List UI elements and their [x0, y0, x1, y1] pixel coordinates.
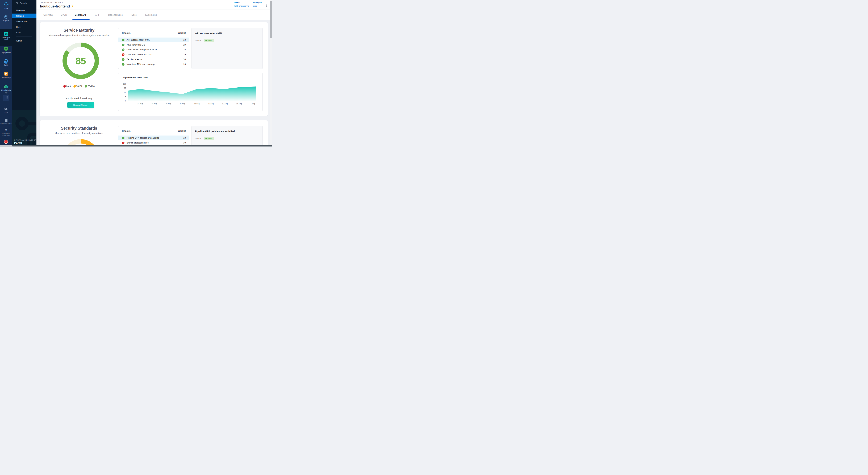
horizontal-scrollbar-thumb[interactable]: [12, 145, 272, 146]
portal-sidebar: Search Overview Catalog Self service Doc…: [12, 0, 36, 147]
y-tick-label: 50: [118, 91, 126, 93]
scorecard-subtitle: Measures development best practices agai…: [40, 34, 118, 36]
improvement-chart-panel: Improvement Over Time 1007550250 24 Aug2…: [118, 73, 262, 111]
owner-value[interactable]: field_engineering: [234, 5, 249, 7]
sidebar-item-admin[interactable]: Admin: [12, 38, 36, 43]
check-detail-panel: API success rate > 99% Status: PASSED: [191, 28, 262, 69]
scorecard-title: Service Maturity: [40, 28, 118, 33]
check-row[interactable]: Pipeline OPA policies are satisfied 10: [118, 136, 189, 140]
y-tick-label: 25: [118, 95, 126, 98]
module-picker-button[interactable]: [3, 95, 9, 101]
weight-column-header: Weight: [178, 129, 186, 132]
last-updated-text: Last Updated: 2 weeks ago: [40, 97, 118, 99]
search-input[interactable]: Search: [12, 1, 36, 5]
check-status-icon: [122, 53, 124, 56]
tab-api[interactable]: API: [95, 13, 99, 16]
tab-scorecard[interactable]: Scorecard: [75, 13, 86, 16]
module-rail: Home Projects Developer Portal ∞ Deploym…: [0, 0, 12, 147]
sidebar-item-builds[interactable]: Builds: [0, 59, 12, 66]
sidebar-item-feature-flags[interactable]: Feature Flags: [0, 71, 12, 79]
vertical-scrollbar[interactable]: [270, 0, 272, 145]
score-legend: 0-49 50-74 75-100: [40, 85, 118, 88]
tab-bar: Overview CI/CD Scorecard API Dependencie…: [36, 10, 272, 20]
page-title: boutique-frontend: [40, 4, 70, 8]
service-maturity-card: Service Maturity Measures development be…: [39, 22, 268, 116]
checks-table: Checks Weight Pipeline OPA policies are …: [118, 126, 189, 147]
x-tick-label: 27 Aug: [180, 103, 185, 105]
legend-dot-amber: [73, 85, 76, 88]
sidebar-item-cloud-costs[interactable]: $ Cloud Costs: [0, 84, 12, 91]
favorite-star-icon[interactable]: ★: [71, 5, 74, 8]
check-status-icon: [122, 49, 124, 51]
improvement-chart-svg: [128, 84, 256, 101]
tab-docs[interactable]: Docs: [131, 13, 136, 16]
lifecycle-value[interactable]: prod: [253, 5, 257, 7]
tab-dependencies[interactable]: Dependencies: [108, 13, 123, 16]
vertical-scrollbar-thumb[interactable]: [270, 1, 272, 38]
harness-logo-icon: [3, 2, 9, 7]
breadcrumb: COMPONENT — SERVICE: [40, 2, 64, 4]
sidebar-item-docs[interactable]: Docs: [12, 25, 36, 30]
avatar[interactable]: HM: [4, 140, 8, 144]
sidebar-item-catalog[interactable]: Catalog: [12, 13, 36, 19]
legend-dot-green: [85, 85, 87, 88]
owner-label[interactable]: Owner: [234, 2, 249, 4]
tab-kubernetes[interactable]: Kubernetes: [145, 13, 157, 16]
developer-portal-icon: [4, 31, 8, 36]
rail-divider: [4, 27, 8, 27]
sidebar-item-self-service[interactable]: Self service: [12, 19, 36, 24]
check-row[interactable]: Java version is LTS 20: [118, 42, 189, 47]
sidebar-item-developer-portal[interactable]: Developer Portal: [0, 29, 12, 46]
rerun-checks-button[interactable]: Rerun Checks: [67, 102, 94, 108]
check-row[interactable]: Mean time to merge PR < 48 hr 5: [118, 47, 189, 52]
check-row[interactable]: More than 70% test coverage 20: [118, 62, 189, 67]
divider: [16, 36, 32, 37]
tab-cicd[interactable]: CI/CD: [61, 13, 67, 16]
tab-overview[interactable]: Overview: [43, 13, 53, 16]
search-icon: [16, 2, 18, 4]
dashboards-icon: [5, 119, 7, 122]
chart-x-axis: 24 Aug25 Aug26 Aug27 Aug28 Aug29 Aug30 A…: [128, 103, 256, 105]
x-tick-label: 29 Aug: [208, 103, 214, 105]
kebab-menu-icon[interactable]: [265, 3, 267, 7]
sidebar-item-overview[interactable]: Overview: [12, 8, 36, 13]
detail-title: Pipeline OPA policies are satisfied: [195, 130, 259, 133]
entity-header: COMPONENT — SERVICE boutique-frontend ★ …: [36, 0, 272, 10]
svg-text:$: $: [5, 86, 7, 88]
status-label: Status:: [195, 137, 202, 140]
lifecycle-label[interactable]: Lifecycle: [253, 2, 261, 4]
sidebar-item-deployments[interactable]: ∞ Deployments: [0, 46, 12, 54]
maturity-score-gauge: 85: [62, 42, 99, 79]
check-status-icon: [122, 137, 124, 139]
cloud-costs-icon: $: [3, 84, 9, 89]
scorecard-subtitle: Measures best practices of security oper…: [40, 132, 118, 135]
check-status-icon: [122, 63, 124, 66]
portal-brand: INTERNAL DEVELOPER Portal: [14, 139, 36, 144]
sidebar-item-home[interactable]: Home: [0, 2, 12, 9]
x-tick-label: 25 Aug: [152, 103, 157, 105]
sidebar-item-apis[interactable]: APIs: [12, 30, 36, 35]
sidebar-item-projects[interactable]: Projects: [0, 14, 12, 22]
legend-dot-red: [63, 85, 66, 88]
score-value: 85: [75, 55, 86, 66]
check-row[interactable]: TechDocs exists 30: [118, 57, 189, 62]
account-settings-button[interactable]: ⚙ ACCOUNT SETTINGS: [0, 129, 12, 136]
dashboards-button[interactable]: DASHBOARDS: [0, 119, 12, 124]
horizontal-scrollbar[interactable]: [0, 145, 272, 147]
check-row[interactable]: Branch protection is set 30: [118, 140, 189, 145]
chevron-down-icon[interactable]: [5, 92, 7, 94]
builds-icon: [4, 59, 8, 64]
active-tab-indicator: [72, 19, 90, 20]
check-row[interactable]: API success rate > 99% 10: [118, 37, 189, 42]
feature-flags-icon: [4, 71, 8, 76]
detail-title: API success rate > 99%: [195, 32, 259, 35]
status-badge: PASSED: [204, 39, 214, 42]
help-button[interactable]: ? HELP: [0, 108, 12, 113]
check-row[interactable]: Less than 1% error in prod 15: [118, 52, 189, 57]
checks-column-header: Checks: [122, 32, 130, 34]
check-status-icon: [122, 39, 124, 41]
gear-icon: ⚙: [0, 129, 12, 132]
owner-meta: Owner field_engineering: [234, 2, 249, 7]
x-tick-label: 28 Aug: [194, 103, 199, 105]
check-status-icon: [122, 58, 124, 61]
